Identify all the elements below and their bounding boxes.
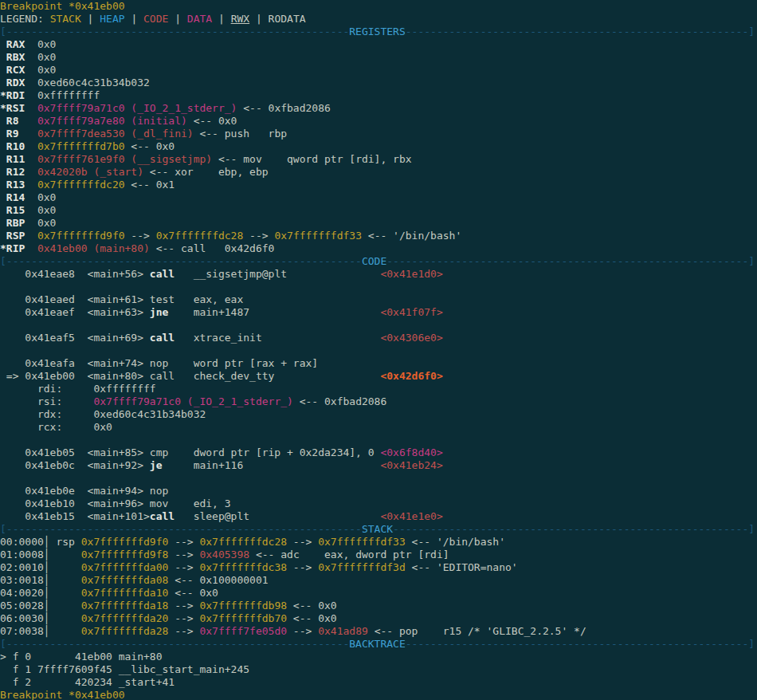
terminal-line: 05:0028│ 0x7fffffffda18 --> 0x7fffffffdb… xyxy=(0,600,757,612)
terminal-line: R8 0x7ffff79a7e80 (initial) <-- 0x0 xyxy=(0,115,757,128)
terminal-line: 07:0038│ 0x7fffffffda28 --> 0x7ffff7fe05… xyxy=(0,625,757,638)
terminal-line: RAX 0x0 xyxy=(0,38,757,51)
terminal-line: RCX 0x0 xyxy=(0,64,757,77)
terminal-line: RBP 0x0 xyxy=(0,217,757,230)
terminal-line: f 2 420234 _start+41 xyxy=(0,676,757,689)
terminal-line: R13 0x7fffffffdc20 <-- 0x1 xyxy=(0,179,757,191)
terminal-line: > f 0 41eb00 main+80 xyxy=(0,651,757,663)
terminal-line: R15 0x0 xyxy=(0,204,757,217)
terminal-line: R14 0x0 xyxy=(0,191,757,204)
terminal-line: R11 0x7ffff761e9f0 (__sigsetjmp) <-- mov… xyxy=(0,153,757,166)
terminal-line: rdi: 0xffffffff xyxy=(0,383,757,395)
terminal-line: *RDI 0xffffffff xyxy=(0,89,757,102)
terminal-line: rdx: 0xed60c4c31b34b032 xyxy=(0,408,757,421)
terminal-line: Breakpoint *0x41eb00 xyxy=(0,689,757,700)
terminal-line: rcx: 0x0 xyxy=(0,421,757,434)
terminal-line: 00:0000│ rsp 0x7fffffffd9f0 --> 0x7fffff… xyxy=(0,536,757,549)
terminal-line xyxy=(0,434,757,446)
terminal-line: => 0x41eb00 <main+80> call check_dev_tty… xyxy=(0,370,757,383)
terminal-line: 06:0030│ 0x7fffffffda20 --> 0x7fffffffdb… xyxy=(0,612,757,625)
terminal-line: f 1 7ffff7609f45 __libc_start_main+245 xyxy=(0,663,757,676)
terminal-line: 0x41eafa <main+74> nop word ptr [rax + r… xyxy=(0,357,757,370)
terminal-line: 0x41eaed <main+61> test eax, eax xyxy=(0,293,757,306)
terminal-line: RSP 0x7fffffffd9f0 --> 0x7fffffffdc28 --… xyxy=(0,230,757,242)
terminal-line: *RIP 0x41eb00 (main+80) <-- call 0x42d6f… xyxy=(0,242,757,255)
terminal-line: 01:0008│ 0x7fffffffd9f8 --> 0x405398 <--… xyxy=(0,549,757,561)
terminal-line: 02:0010│ 0x7fffffffda00 --> 0x7fffffffdc… xyxy=(0,561,757,574)
terminal-line xyxy=(0,319,757,332)
terminal-line: 03:0018│ 0x7fffffffda08 <-- 0x100000001 xyxy=(0,574,757,587)
terminal-line xyxy=(0,344,757,357)
section-backtrace: [---------------------------------------… xyxy=(0,638,757,689)
section-registers: [---------------------------------------… xyxy=(0,26,757,255)
terminal-line: R10 0x7fffffffd7b0 <-- 0x0 xyxy=(0,140,757,153)
terminal: Breakpoint *0x41eb00LEGEND: STACK | HEAP… xyxy=(0,0,757,700)
terminal-line: 0x41eae8 <main+56> call __sigsetjmp@plt … xyxy=(0,268,757,281)
terminal-line: RBX 0x0 xyxy=(0,51,757,64)
terminal-line: 0x41eb0c <main+92> je main+116 <0x41eb24… xyxy=(0,459,757,472)
terminal-line: 04:0020│ 0x7fffffffda10 <-- 0x0 xyxy=(0,587,757,600)
terminal-line: R9 0x7ffff7dea530 (_dl_fini) <-- push rb… xyxy=(0,128,757,140)
section-stack: [---------------------------------------… xyxy=(0,523,757,638)
terminal-line: LEGEND: STACK | HEAP | CODE | DATA | RWX… xyxy=(0,13,757,26)
section-header-backtrace: [---------------------------------------… xyxy=(0,638,757,651)
terminal-line xyxy=(0,472,757,485)
terminal-line: 0x41eaef <main+63> jne main+1487 <0x41f0… xyxy=(0,306,757,319)
section-header-code: [---------------------------------------… xyxy=(0,255,757,268)
terminal-line: RDX 0xed60c4c31b34b032 xyxy=(0,77,757,89)
terminal-line: 0x41eb0e <main+94> nop xyxy=(0,485,757,497)
section-header-registers: [---------------------------------------… xyxy=(0,26,757,38)
terminal-line: R12 0x42020b (_start) <-- xor ebp, ebp xyxy=(0,166,757,179)
terminal-line: Breakpoint *0x41eb00 xyxy=(0,0,757,13)
terminal-line: 0x41eb15 <main+101>call sleep@plt <0x41e… xyxy=(0,510,757,523)
terminal-line: 0x41eb05 <main+85> cmp dword ptr [rip + … xyxy=(0,446,757,459)
section-code: [---------------------------------------… xyxy=(0,255,757,523)
terminal-line xyxy=(0,281,757,293)
terminal-line: *RSI 0x7ffff79a71c0 (_IO_2_1_stderr_) <-… xyxy=(0,102,757,115)
section-header-stack: [---------------------------------------… xyxy=(0,523,757,536)
terminal-line: 0x41eb10 <main+96> mov edi, 3 xyxy=(0,497,757,510)
terminal-line: rsi: 0x7ffff79a71c0 (_IO_2_1_stderr_) <-… xyxy=(0,395,757,408)
terminal-line: 0x41eaf5 <main+69> call xtrace_init <0x4… xyxy=(0,332,757,344)
